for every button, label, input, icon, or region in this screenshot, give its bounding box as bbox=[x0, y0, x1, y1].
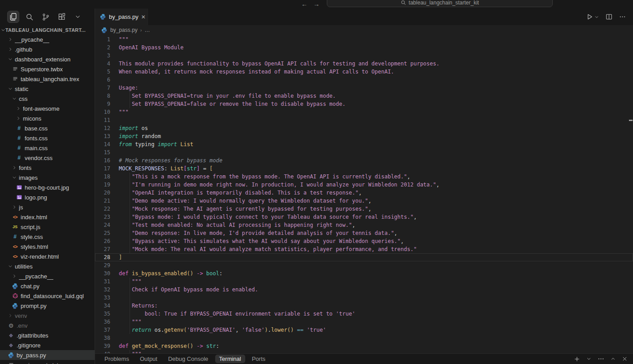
sidebar-item-find-datasource-luid-gql[interactable]: find_datasource_luid.gql bbox=[0, 291, 95, 301]
line-number[interactable]: 16 bbox=[95, 156, 110, 165]
line-number[interactable]: 23 bbox=[95, 213, 110, 221]
line-number[interactable]: 25 bbox=[95, 229, 110, 237]
line-number[interactable]: 40 bbox=[95, 350, 110, 353]
line-number[interactable]: 2 bbox=[95, 43, 110, 52]
forward-icon[interactable]: → bbox=[313, 0, 320, 8]
back-icon[interactable]: ← bbox=[301, 0, 308, 8]
explorer-root[interactable]: TABLEAU_LANGCHAIN_START... bbox=[0, 25, 95, 35]
sidebar-item-images[interactable]: images bbox=[0, 173, 95, 182]
sidebar-item-chat-py[interactable]: chat.py bbox=[0, 281, 95, 291]
line-number[interactable]: 29 bbox=[95, 261, 110, 269]
activity-explorer-icon[interactable] bbox=[7, 11, 19, 23]
sidebar-item-script-js[interactable]: JSscript.js bbox=[0, 222, 95, 232]
sidebar-item-vendor-css[interactable]: #vendor.css bbox=[0, 153, 95, 163]
sidebar-item--env[interactable]: ⚙.env bbox=[0, 321, 95, 330]
sidebar-item--gitignore[interactable]: .gitignore bbox=[0, 340, 95, 350]
sidebar-item-by-pass-py[interactable]: by_pass.py bbox=[0, 350, 95, 360]
sidebar-item-static[interactable]: static bbox=[0, 84, 95, 94]
split-editor-icon[interactable] bbox=[606, 13, 612, 20]
sidebar-item-tableau-langchain-trex[interactable]: tableau_langchain.trex bbox=[0, 74, 95, 84]
sidebar-item-index-html[interactable]: <>index.html bbox=[0, 212, 95, 222]
line-number[interactable]: 10 bbox=[95, 108, 110, 116]
line-number[interactable]: 3 bbox=[95, 52, 110, 60]
sidebar-item-js[interactable]: js bbox=[0, 202, 95, 212]
sidebar-item-hero-bg-court-jpg[interactable]: hero-bg-court.jpg bbox=[0, 182, 95, 192]
chevron-down-icon[interactable] bbox=[594, 15, 599, 19]
sidebar-item-venv[interactable]: venv bbox=[0, 311, 95, 321]
code-editor[interactable]: 1"""2OpenAI Bypass Module34This module p… bbox=[95, 35, 633, 353]
line-number[interactable]: 19 bbox=[95, 181, 110, 189]
sidebar-item-viz-render-html[interactable]: <>viz-render.html bbox=[0, 251, 95, 261]
panel-tab-problems[interactable]: Problems bbox=[100, 355, 133, 363]
close-icon[interactable]: ✕ bbox=[141, 14, 146, 20]
line-number[interactable]: 14 bbox=[95, 140, 110, 148]
line-number[interactable]: 9 bbox=[95, 100, 110, 108]
sidebar-item-prompt-py[interactable]: prompt.py bbox=[0, 301, 95, 311]
line-number[interactable]: 4 bbox=[95, 60, 110, 68]
line-number[interactable]: 34 bbox=[95, 302, 110, 310]
line-number[interactable]: 20 bbox=[95, 189, 110, 197]
line-number[interactable]: 36 bbox=[95, 318, 110, 326]
sidebar-item-requirements-txt[interactable]: requirements.txt bbox=[0, 360, 95, 364]
sidebar-item-dashboard-extension[interactable]: dashboard_extension bbox=[0, 54, 95, 64]
sidebar-item-fonts[interactable]: fonts bbox=[0, 163, 95, 173]
sidebar-item-utilities[interactable]: utilities bbox=[0, 261, 95, 271]
sidebar-item--pycache-[interactable]: __pycache__ bbox=[0, 35, 95, 44]
activity-source-control-icon[interactable] bbox=[39, 11, 52, 23]
tab-by-pass-py[interactable]: by_pass.py ✕ bbox=[95, 9, 148, 25]
line-number[interactable]: 7 bbox=[95, 84, 110, 92]
sidebar-item-styles-html[interactable]: <>styles.html bbox=[0, 242, 95, 251]
sidebar-item-style-css[interactable]: #style.css bbox=[0, 232, 95, 242]
line-number[interactable]: 22 bbox=[95, 205, 110, 213]
line-number[interactable]: 39 bbox=[95, 342, 110, 350]
line-number[interactable]: 15 bbox=[95, 148, 110, 156]
line-number[interactable]: 1 bbox=[95, 35, 110, 43]
line-number[interactable]: 38 bbox=[95, 334, 110, 342]
line-number[interactable]: 17 bbox=[95, 165, 110, 173]
sidebar-item--gitattributes[interactable]: .gitattributes bbox=[0, 330, 95, 340]
line-number[interactable]: 35 bbox=[95, 310, 110, 318]
sidebar-item-fonts-css[interactable]: #fonts.css bbox=[0, 133, 95, 143]
breadcrumb-symbol[interactable]: … bbox=[144, 27, 150, 33]
breadcrumb[interactable]: by_pass.py › … bbox=[95, 25, 633, 35]
activity-search-icon[interactable] bbox=[23, 11, 35, 23]
sidebar-item-main-css[interactable]: #main.css bbox=[0, 143, 95, 153]
sidebar-item-superstore-twbx[interactable]: Superstore.twbx bbox=[0, 64, 95, 74]
panel-tab-terminal[interactable]: Terminal bbox=[215, 355, 245, 363]
breadcrumb-file[interactable]: by_pass.py bbox=[110, 27, 138, 33]
line-number[interactable]: 8 bbox=[95, 92, 110, 100]
line-number[interactable]: 26 bbox=[95, 237, 110, 245]
panel-tab-ports[interactable]: Ports bbox=[248, 355, 269, 363]
line-number[interactable]: 37 bbox=[95, 326, 110, 334]
sidebar-item-font-awesome[interactable]: font-awesome bbox=[0, 104, 95, 113]
panel-tab-output[interactable]: Output bbox=[136, 355, 161, 363]
line-number[interactable]: 28 bbox=[95, 253, 110, 261]
line-number[interactable]: 32 bbox=[95, 286, 110, 294]
line-number[interactable]: 21 bbox=[95, 197, 110, 205]
line-number[interactable]: 27 bbox=[95, 245, 110, 253]
line-number[interactable]: 31 bbox=[95, 277, 110, 286]
line-number[interactable]: 6 bbox=[95, 76, 110, 84]
command-center[interactable]: tableau_langchain_starter_kit bbox=[327, 0, 553, 7]
sidebar-item-css[interactable]: css bbox=[0, 94, 95, 104]
line-number[interactable]: 5 bbox=[95, 68, 110, 76]
line-number[interactable]: 24 bbox=[95, 221, 110, 229]
sidebar-item--github[interactable]: .github bbox=[0, 44, 95, 54]
chevron-down-icon[interactable] bbox=[586, 356, 591, 361]
activity-extensions-icon[interactable] bbox=[56, 11, 68, 23]
panel-tab-debug-console[interactable]: Debug Console bbox=[164, 355, 212, 363]
activity-chevron-down-icon[interactable] bbox=[72, 11, 84, 23]
chevron-up-icon[interactable] bbox=[611, 356, 616, 361]
sidebar-item-micons[interactable]: micons bbox=[0, 113, 95, 123]
run-python-file-button[interactable] bbox=[586, 13, 593, 20]
more-icon[interactable] bbox=[598, 355, 604, 362]
plus-icon[interactable] bbox=[574, 356, 580, 362]
sidebar-item--pycache-[interactable]: __pycache__ bbox=[0, 271, 95, 281]
line-number[interactable]: 30 bbox=[95, 269, 110, 277]
more-icon[interactable] bbox=[619, 13, 626, 20]
line-number[interactable]: 33 bbox=[95, 294, 110, 302]
line-number[interactable]: 18 bbox=[95, 173, 110, 181]
line-number[interactable]: 12 bbox=[95, 124, 110, 132]
sidebar-item-logo-png[interactable]: logo.png bbox=[0, 192, 95, 202]
line-number[interactable]: 13 bbox=[95, 132, 110, 140]
